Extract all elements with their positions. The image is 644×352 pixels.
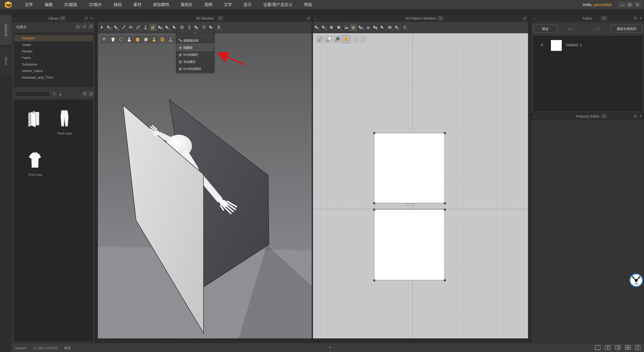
statusbar-expand-icon[interactable]: ▲ xyxy=(328,345,331,349)
info-eye-toggle[interactable]: i xyxy=(334,35,341,43)
cloth-view-toggle[interactable] xyxy=(142,36,150,43)
pattern-vertex-handle[interactable] xyxy=(444,132,446,134)
layout-mixed-button[interactable] xyxy=(614,344,621,351)
pattern-vertex-handle[interactable] xyxy=(373,132,375,134)
transform-pattern-tool-button[interactable] xyxy=(313,24,320,31)
fabric-button-增加[interactable]: 增加 xyxy=(533,25,557,32)
pattern-vertex-handle[interactable] xyxy=(373,279,375,281)
menu-素材[interactable]: 素材 xyxy=(128,0,147,10)
tab-store[interactable]: Store xyxy=(0,47,12,75)
menu-item-自由缝纫[interactable]: 自由缝纫 xyxy=(176,58,214,65)
list-view-icon[interactable] xyxy=(89,91,94,96)
select-mesh-tool-button[interactable] xyxy=(113,24,120,31)
refresh-button[interactable] xyxy=(88,24,94,29)
trace-avatar-tool-button[interactable] xyxy=(343,24,349,31)
arrange-up-toggle[interactable] xyxy=(359,35,367,43)
menu-显示[interactable]: 显示 xyxy=(238,0,257,10)
shirt-lock-toggle[interactable] xyxy=(351,35,358,43)
menu-tearoff-handle[interactable]: ✂ xyxy=(177,30,213,36)
refresh-icon[interactable] xyxy=(82,91,87,96)
pattern-vertex-handle[interactable] xyxy=(373,208,375,211)
shirt-cursor-tool-button[interactable] xyxy=(372,24,379,31)
fabric-dropdown-button[interactable]: ▼ xyxy=(601,16,607,20)
menu-重拓扑[interactable]: 重拓扑 xyxy=(175,0,198,10)
menu-item-M:N线缝纫[interactable]: M:N线缝纫 xyxy=(176,51,214,58)
avatar-bust-toggle[interactable] xyxy=(125,36,133,43)
pattern-piece-top[interactable] xyxy=(374,133,445,203)
detach-icon[interactable] xyxy=(306,16,311,20)
globe-view-toggle[interactable] xyxy=(158,36,166,43)
library-file-..[interactable]: .. xyxy=(21,109,49,135)
3d-window-dropdown-button[interactable]: ▼ xyxy=(218,16,223,20)
pin-tool-tool-button[interactable] xyxy=(120,24,127,31)
menu-2D板片[interactable]: 2D板片 xyxy=(83,0,108,10)
pattern-vertex-handle[interactable] xyxy=(444,202,446,204)
avatar-orange-toggle[interactable] xyxy=(150,36,158,43)
restore-button[interactable] xyxy=(627,2,633,7)
menu-文字[interactable]: 文字 xyxy=(218,0,238,10)
property-dropdown-button[interactable]: ▼ xyxy=(601,114,607,118)
tack-tool-tool-button[interactable] xyxy=(164,24,171,31)
library-category-Garment[interactable]: Garment xyxy=(14,35,93,42)
username[interactable]: yeluzhi666 xyxy=(593,3,612,7)
library-category-Interior_Fabric[interactable]: Interior_Fabric xyxy=(14,68,93,74)
tshirt-dark-tool-button[interactable] xyxy=(401,24,408,31)
pattern-vertex-handle[interactable] xyxy=(373,202,375,204)
fabric-swatch[interactable] xyxy=(551,40,562,51)
library-dropdown-button[interactable]: ▼ xyxy=(60,16,65,20)
fabric-button-删除未使用的[interactable]: 删除未使用的 xyxy=(611,25,643,32)
close-icon[interactable]: ✕ xyxy=(638,114,643,118)
layout-single-button[interactable] xyxy=(594,344,601,351)
menu-item-M:N自由缝纫[interactable]: M:N自由缝纫 xyxy=(176,65,214,72)
library-category-Avatar[interactable]: Avatar xyxy=(14,42,93,48)
2d-canvas[interactable]: i xyxy=(313,33,528,338)
close-button[interactable] xyxy=(634,2,640,7)
polygon-tool-tool-button[interactable] xyxy=(335,24,342,31)
add-button[interactable] xyxy=(82,24,87,29)
detach-icon[interactable] xyxy=(84,16,88,20)
gizmo-up-toggle[interactable] xyxy=(167,36,175,43)
pin-eye-toggle[interactable] xyxy=(316,35,324,43)
app-logo-icon[interactable] xyxy=(4,1,13,9)
library-category-Hardware_and_Trims[interactable]: Hardware_and_Trims xyxy=(14,74,93,81)
search-input[interactable] xyxy=(15,91,51,97)
detach-icon[interactable] xyxy=(633,16,637,20)
select-move-tool-button[interactable] xyxy=(106,24,112,31)
menu-视频[interactable]: 视频 xyxy=(198,0,218,10)
pattern-vertex-handle[interactable] xyxy=(444,208,446,211)
rectangle-tool-tool-button[interactable] xyxy=(328,24,335,31)
layout-two-button[interactable] xyxy=(604,344,611,351)
search-filter-dropdown-icon[interactable] xyxy=(59,93,62,97)
fold-arrangement-tool-button[interactable] xyxy=(128,24,134,31)
2d-window-dropdown-button[interactable]: ▼ xyxy=(438,16,443,20)
pattern-orange-toggle[interactable] xyxy=(342,35,350,43)
shirt-view-toggle[interactable] xyxy=(109,36,116,43)
pleats-tool-tool-button[interactable] xyxy=(386,24,393,31)
menu-设置/用户自定义[interactable]: 设置/用户自定义 xyxy=(257,0,298,10)
menu-虚拟模特[interactable]: 虚拟模特 xyxy=(147,0,175,10)
layout-quad-button[interactable] xyxy=(624,344,631,351)
library-category-Fabric[interactable]: Fabric xyxy=(14,55,93,61)
import-button[interactable] xyxy=(75,24,80,29)
pattern-vertex-handle[interactable] xyxy=(444,279,446,281)
cube-view-toggle[interactable] xyxy=(100,36,108,43)
check-icon[interactable]: ✔ xyxy=(540,43,544,47)
library-category-Hanger[interactable]: Hanger xyxy=(14,48,93,55)
library-category-Substance[interactable]: Substance xyxy=(14,61,93,68)
3d-viewport[interactable] xyxy=(98,33,312,338)
pose-tool-tool-button[interactable] xyxy=(215,24,222,31)
menu-3D服装[interactable]: 3D服装 xyxy=(58,0,83,10)
tab-general[interactable]: General xyxy=(0,15,12,45)
library-file-Pants.zpac[interactable]: Pants.zpac xyxy=(51,109,79,135)
select-grid-tool-button[interactable] xyxy=(357,24,364,31)
search-icon[interactable] xyxy=(52,92,56,97)
menu-缝纫[interactable]: 缝纫 xyxy=(108,0,128,10)
minimize-button[interactable] xyxy=(619,2,625,7)
detach-icon[interactable] xyxy=(633,114,637,118)
close-icon[interactable]: ✕ xyxy=(89,16,94,20)
pen-cursor-tool-button[interactable] xyxy=(394,24,400,31)
zipper-cursor-tool-button[interactable] xyxy=(379,24,386,31)
select-grid-tool-button[interactable] xyxy=(157,24,164,31)
menu-item-编辑缝纫线[interactable]: 编辑缝纫线 xyxy=(176,37,214,44)
menu-编辑[interactable]: 编辑 xyxy=(39,0,58,10)
